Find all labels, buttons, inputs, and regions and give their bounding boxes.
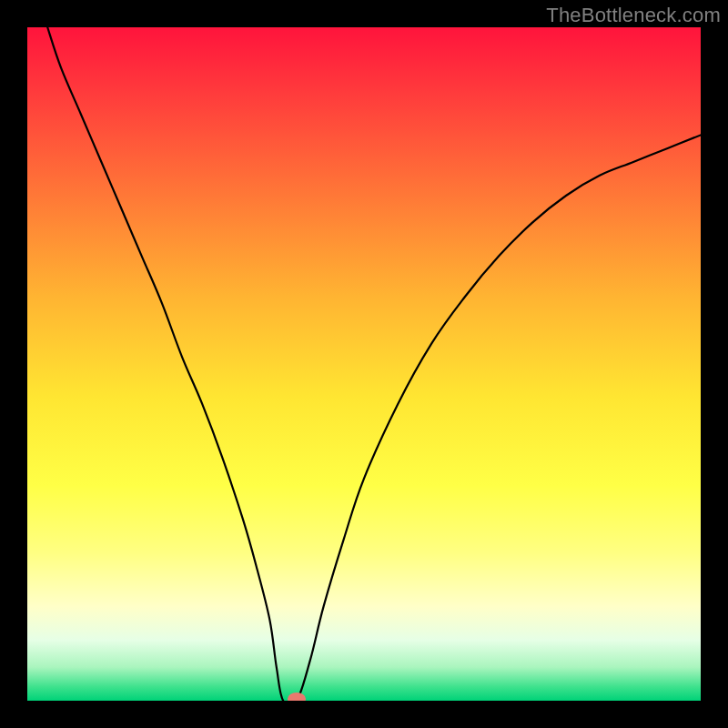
curve-layer <box>27 27 701 701</box>
optimum-marker <box>288 693 306 701</box>
plot-area <box>27 27 701 701</box>
watermark-text: TheBottleneck.com <box>546 4 721 27</box>
bottleneck-curve <box>47 27 701 701</box>
chart-container: TheBottleneck.com <box>0 0 728 728</box>
